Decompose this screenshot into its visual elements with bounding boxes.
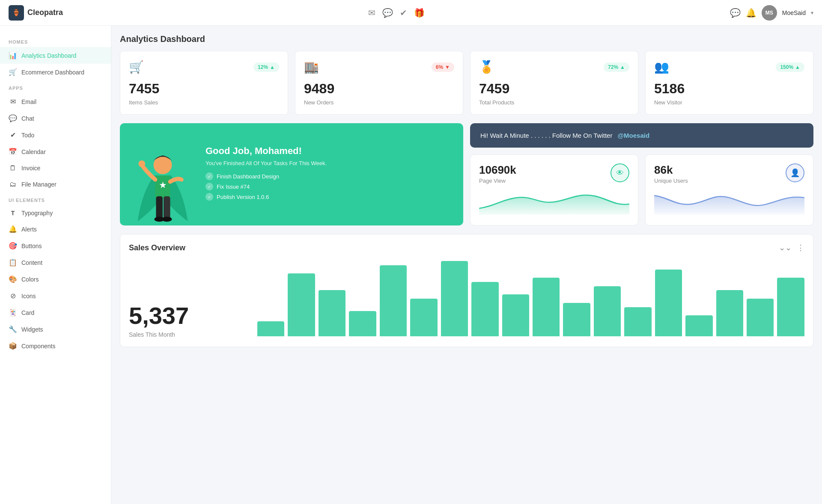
bar-item [380, 265, 407, 336]
content-icon: 📋 [9, 258, 17, 267]
sidebar-item-filemanager[interactable]: 🗂 File Manager [0, 176, 111, 193]
apps-label: APPS [0, 80, 111, 93]
sales-overview-card: Sales Overview ⌄⌄ ⋮ 5,337 Sales This Mon… [120, 234, 813, 347]
metric-value-pageview: 10690k [479, 163, 516, 177]
sidebar-item-typography-label: Typography [21, 210, 53, 216]
analytics-icon: 📊 [9, 51, 17, 59]
stat-label-items-sales: Items Sales [129, 99, 279, 106]
sidebar-item-todo-label: Todo [21, 132, 34, 139]
sidebar-item-typography[interactable]: T Typography [0, 205, 111, 221]
chat-icon[interactable]: 💬 [382, 8, 393, 18]
sidebar-item-card[interactable]: 🃏 Card [0, 304, 111, 321]
sidebar-item-alerts[interactable]: 🔔 Alerts [0, 221, 111, 237]
metric-left-0: 10690k Page View [479, 163, 516, 184]
hero-title: Good Job, Mohamed! [206, 145, 450, 157]
stat-cards: 🛒 12% ▲ 7455 Items Sales 🏬 6% ▼ [120, 51, 813, 115]
stat-card-header-2: 🏅 72% ▲ [479, 60, 629, 74]
sidebar-item-colors[interactable]: 🎨 Colors [0, 271, 111, 288]
more-options-icon[interactable]: ⋮ [797, 243, 804, 252]
svg-point-2 [138, 160, 145, 167]
sidebar-item-todo[interactable]: ✔ Todo [0, 127, 111, 143]
sidebar-item-buttons[interactable]: 🎯 Buttons [0, 237, 111, 254]
sidebar-item-calendar[interactable]: 📅 Calendar [0, 143, 111, 160]
gift-icon[interactable]: 🎁 [414, 8, 425, 18]
filemanager-icon: 🗂 [9, 181, 17, 188]
pageview-icon-btn[interactable]: 👁 [611, 163, 629, 182]
sidebar-item-widgets[interactable]: 🔧 Widgets [0, 321, 111, 338]
users-icon-btn[interactable]: 👤 [786, 163, 804, 182]
notification-icon[interactable]: 🔔 [746, 8, 756, 18]
twitter-banner: Hi! Wait A Minute . . . . . . Follow Me … [470, 123, 813, 148]
sidebar-item-email-label: Email [21, 98, 36, 105]
invoice-icon: 🗒 [9, 164, 17, 172]
sales-overview-controls: ⌄⌄ ⋮ [779, 243, 804, 252]
sidebar-item-buttons-label: Buttons [21, 243, 42, 249]
sales-amount: 5,337 [129, 302, 249, 329]
sidebar-item-components[interactable]: 📦 Components [0, 338, 111, 354]
stat-value-total-products: 7459 [479, 81, 629, 97]
svg-text:★: ★ [159, 181, 167, 190]
stat-card-total-products: 🏅 72% ▲ 7459 Total Products [470, 51, 638, 115]
badge-new-visitor: 150% ▲ [776, 62, 804, 72]
sidebar-item-email[interactable]: ✉ Email [0, 93, 111, 110]
ui-label: UI ELEMENTS [0, 193, 111, 205]
icons-icon: ⊘ [9, 292, 17, 300]
metric-card-users: 86k Unique Users 👤 [645, 154, 813, 225]
metric-cards: 10690k Page View 👁 [470, 154, 813, 225]
task-check-2: ✓ [206, 193, 213, 201]
alerts-icon: 🔔 [9, 225, 17, 233]
stat-card-new-visitor: 👥 150% ▲ 5186 New Visitor [645, 51, 813, 115]
navbar: 🏺 Cleopatra ✉ 💬 ✔ 🎁 💬 🔔 MS MoeSaid ▾ [0, 0, 822, 26]
user-dropdown-icon[interactable]: ▾ [811, 10, 813, 16]
sidebar-item-analytics-label: Analytics Dashboard [21, 52, 76, 59]
badge-items-sales: 12% ▲ [253, 62, 279, 72]
main-content: Analytics Dashboard 🛒 12% ▲ 7455 Items S… [111, 26, 822, 504]
stat-card-header-1: 🏬 6% ▼ [304, 60, 454, 74]
page-title: Analytics Dashboard [120, 34, 813, 44]
sidebar-item-colors-label: Colors [21, 276, 39, 283]
bar-item [624, 307, 651, 336]
stat-value-new-orders: 9489 [304, 81, 454, 97]
sidebar-item-ecommerce[interactable]: 🛒 Ecommerce Dashboard [0, 64, 111, 80]
metric-card-header-0: 10690k Page View 👁 [479, 163, 629, 184]
hero-card: ★ Good Job, Mohamed! You've Finished All… [120, 123, 463, 225]
metric-label-users: Unique Users [654, 178, 688, 184]
colors-icon: 🎨 [9, 275, 17, 283]
svg-rect-3 [156, 196, 163, 219]
bar-item [471, 282, 498, 336]
sidebar-item-analytics[interactable]: 📊 Analytics Dashboard [0, 47, 111, 64]
chevron-double-down-icon[interactable]: ⌄⌄ [779, 243, 792, 252]
sidebar-item-calendar-label: Calendar [21, 148, 46, 155]
email-icon[interactable]: ✉ [368, 8, 375, 18]
sidebar-item-icons-label: Icons [21, 293, 36, 299]
bar-chart [257, 261, 804, 338]
twitter-handle: @Moesaid [617, 132, 649, 139]
hero-content: Good Job, Mohamed! You've Finished All O… [206, 145, 450, 203]
users-sparkline [654, 189, 804, 215]
user-name[interactable]: MoeSaid [782, 9, 806, 16]
bar-item [747, 299, 774, 336]
orders-icon: 🏬 [304, 60, 319, 74]
message-icon[interactable]: 💬 [730, 8, 741, 18]
todo-icon: ✔ [9, 131, 17, 139]
bar-item [716, 290, 743, 336]
sidebar-item-invoice[interactable]: 🗒 Invoice [0, 160, 111, 176]
sidebar-item-content-label: Content [21, 259, 42, 266]
svg-rect-4 [164, 196, 170, 219]
check-icon[interactable]: ✔ [400, 8, 407, 18]
sidebar-item-chat-label: Chat [21, 115, 34, 122]
sidebar-item-icons[interactable]: ⊘ Icons [0, 288, 111, 304]
page-title-row: Analytics Dashboard [120, 34, 813, 44]
sidebar-item-invoice-label: Invoice [21, 165, 40, 172]
bar-item [777, 278, 804, 336]
hero-subtitle: You've Finished All Of Your Tasks For Th… [206, 160, 450, 166]
typography-icon: T [9, 210, 17, 216]
sidebar-item-chat[interactable]: 💬 Chat [0, 110, 111, 127]
metric-left-1: 86k Unique Users [654, 163, 688, 184]
stat-card-new-orders: 🏬 6% ▼ 9489 New Orders [295, 51, 463, 115]
bar-item [319, 290, 345, 336]
homes-label: HOMES [0, 34, 111, 47]
sales-overview-header: Sales Overview ⌄⌄ ⋮ [129, 243, 804, 252]
metric-card-pageview: 10690k Page View 👁 [470, 154, 638, 225]
sidebar-item-content[interactable]: 📋 Content [0, 254, 111, 271]
